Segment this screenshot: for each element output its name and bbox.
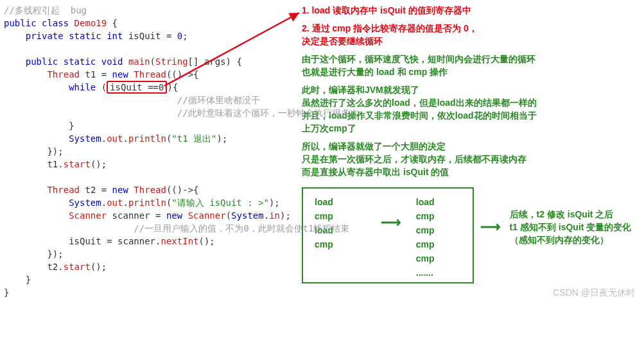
code-line: private static int isQuit = 0; <box>4 30 299 42</box>
isquit-condition-highlight: isQuit ==0 <box>107 81 167 94</box>
result-note: 后续，t2 修改 isQuit 之后 t1 感知不到 isQuit 变量的变化 … <box>510 208 632 246</box>
notes-pane: 1. load 读取内存中 isQuit 的值到寄存器中 2. 通过 cmp 指… <box>299 4 640 299</box>
watermark: CSDN @日夜无休时 <box>553 287 635 299</box>
note-green: 此时，编译器和JVM就发现了 <box>302 83 640 96</box>
code-line: Scanner scanner = new Scanner(System.in)… <box>4 209 299 222</box>
code-blank <box>4 42 299 55</box>
optimize-arrow-icon: ⟶ <box>369 195 413 231</box>
lc-right-col: loadcmpcmpcmpcmp....... <box>416 195 461 280</box>
note-red-2b: 决定是否要继续循环 <box>302 35 640 47</box>
code-comment: //此时意味着这个循环，一秒钟会执行很多次 <box>4 106 299 119</box>
code-line: t2.start(); <box>4 260 299 273</box>
code-line: Thread t2 = new Thread(()->{ <box>4 183 299 196</box>
note-green: 也就是进行大量的 load 和 cmp 操作 <box>302 65 640 78</box>
code-line-while: while (isQuit ==0){ <box>4 81 299 94</box>
note-red-1: 1. load 读取内存中 isQuit 的值到寄存器中 <box>302 4 640 17</box>
note-green: 上万次cmp了 <box>302 122 640 135</box>
load-cmp-diagram: loadcmploadcmp ⟶ loadcmpcmpcmpcmp.......… <box>302 183 640 283</box>
code-line: } <box>4 286 299 299</box>
note-green: 只是在第一次循环之后，才读取内存，后续都不再读内存 <box>302 153 640 165</box>
note-green: 而是直接从寄存器中取出 isQuit 的值 <box>302 165 640 178</box>
code-line: isQuit = scanner.nextInt(); <box>4 235 299 248</box>
note-red-2a: 2. 通过 cmp 指令比较寄存器的值是否为 0， <box>302 22 640 35</box>
code-line: public static void main(String[] args) { <box>4 55 299 68</box>
code-line: System.out.println("请输入 isQuit : >"); <box>4 196 299 209</box>
code-comment: //循环体里啥都没干 <box>4 94 299 106</box>
code-pane: //多线程引起 bug public class Demo19 { privat… <box>4 4 299 299</box>
note-green: 所以，编译器就做了一个大胆的决定 <box>302 140 640 153</box>
code-line: } <box>4 119 299 132</box>
code-line: }); <box>4 145 299 158</box>
code-blank <box>4 171 299 183</box>
code-line: }); <box>4 248 299 260</box>
code-line: System.out.println("t1 退出"); <box>4 132 299 145</box>
note-green: 由于这个循环，循环速度飞快，短时间内会进行大量的循环 <box>302 53 640 65</box>
code-line: } <box>4 273 299 286</box>
code-line: Thread t1 = new Thread(()->{ <box>4 68 299 81</box>
result-arrow-icon: ⟶ <box>480 221 501 233</box>
code-comment: //一旦用户输入的值，不为0，此时就会使t1线程结束 <box>4 222 299 235</box>
note-green: 虽然进行了这么多次的load，但是load出来的结果都一样的 <box>302 96 640 109</box>
code-comment: //多线程引起 bug <box>4 4 299 17</box>
code-line: public class Demo19 { <box>4 17 299 30</box>
code-line: t1.start(); <box>4 158 299 171</box>
